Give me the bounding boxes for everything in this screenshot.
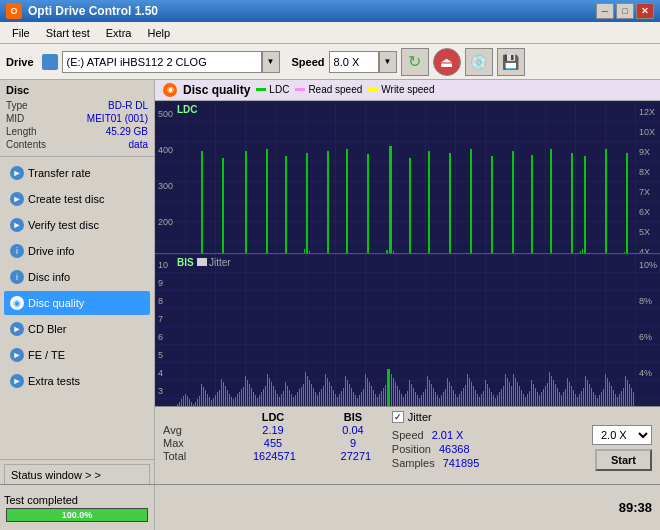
svg-rect-456 (537, 392, 538, 406)
menu-start-test[interactable]: Start test (38, 25, 98, 41)
svg-rect-497 (619, 394, 620, 406)
drive-select[interactable]: (E:) ATAPI iHBS112 2 CLOG (62, 51, 262, 73)
fe-te-label: FE / TE (28, 349, 65, 361)
disc-contents-row: Contents data (6, 139, 148, 150)
sidebar-item-cd-bler[interactable]: ► CD Bler (4, 317, 150, 341)
sidebar-item-disc-info[interactable]: i Disc info (4, 265, 150, 289)
sidebar-item-extra-tests[interactable]: ► Extra tests (4, 369, 150, 393)
legend-ldc-label: LDC (269, 84, 289, 95)
total-bis: 27271 (336, 450, 376, 462)
sidebar-item-disc-quality[interactable]: ◉ Disc quality (4, 291, 150, 315)
svg-rect-455 (535, 388, 536, 406)
svg-rect-401 (427, 376, 428, 406)
refresh-button[interactable]: ↻ (401, 48, 429, 76)
svg-rect-434 (493, 395, 494, 406)
sidebar-item-transfer-rate[interactable]: ► Transfer rate (4, 161, 150, 185)
svg-rect-487 (599, 395, 600, 406)
svg-rect-52 (222, 158, 224, 253)
svg-rect-282 (187, 396, 188, 406)
svg-rect-291 (205, 390, 206, 406)
svg-rect-385 (395, 382, 396, 406)
ldc-header (163, 411, 213, 423)
svg-rect-350 (323, 386, 324, 406)
maximize-button[interactable]: □ (616, 3, 634, 19)
svg-rect-477 (579, 394, 580, 406)
svg-rect-390 (405, 394, 406, 406)
svg-rect-316 (255, 395, 256, 406)
svg-rect-416 (457, 397, 458, 406)
svg-rect-448 (521, 390, 522, 406)
jitter-checkbox[interactable]: ✓ (392, 411, 404, 423)
menu-file[interactable]: File (4, 25, 38, 41)
svg-rect-463 (551, 376, 552, 406)
svg-rect-93 (309, 251, 310, 253)
charts-area: 500 400 300 200 100 0 12X 10X 9X 8X 7X 6… (155, 101, 660, 406)
svg-rect-453 (531, 380, 532, 406)
eject-button[interactable]: ⏏ (433, 48, 461, 76)
svg-rect-356 (335, 394, 336, 406)
svg-rect-42 (201, 151, 203, 253)
save-button[interactable]: 💾 (497, 48, 525, 76)
svg-rect-242 (624, 252, 625, 253)
bis-chart: 10 9 8 7 6 5 4 3 2 1 10% 8% 6% 4% 2% (155, 254, 660, 406)
speed-select[interactable]: 8.0 X (329, 51, 379, 73)
speed-dropdown-arrow[interactable]: ▼ (379, 51, 397, 73)
sidebar-item-verify-test-disc[interactable]: ► Verify test disc (4, 213, 150, 237)
svg-text:4: 4 (158, 368, 163, 378)
sidebar-item-create-test-disc[interactable]: ► Create test disc (4, 187, 150, 211)
svg-rect-311 (245, 376, 246, 406)
svg-rect-475 (575, 394, 576, 406)
svg-rect-410 (445, 389, 446, 406)
svg-rect-501 (627, 380, 628, 406)
disc-mid-key: MID (6, 113, 24, 124)
svg-rect-473 (571, 386, 572, 406)
disc-quality-header: ◉ Disc quality LDC Read speed Write spee… (155, 80, 660, 101)
svg-rect-169 (470, 149, 472, 253)
svg-rect-458 (541, 392, 542, 406)
menu-extra[interactable]: Extra (98, 25, 140, 41)
svg-rect-331 (285, 382, 286, 406)
svg-rect-305 (233, 399, 234, 406)
speed-dropdown[interactable]: 2.0 X (592, 425, 652, 445)
status-window-button[interactable]: Status window > > (4, 464, 150, 486)
svg-rect-360 (343, 388, 344, 406)
svg-rect-440 (505, 374, 506, 406)
write-speed-color (368, 88, 378, 91)
svg-text:9X: 9X (639, 147, 650, 157)
svg-rect-488 (601, 392, 602, 406)
extra-tests-label: Extra tests (28, 375, 80, 387)
svg-rect-404 (433, 388, 434, 406)
drive-dropdown-arrow[interactable]: ▼ (262, 51, 280, 73)
svg-rect-502 (629, 384, 630, 406)
start-button[interactable]: Start (595, 449, 652, 471)
disc-section-title: Disc (6, 84, 148, 96)
svg-rect-377 (377, 397, 378, 406)
svg-rect-441 (507, 378, 508, 406)
legend-ldc: LDC (256, 84, 289, 95)
svg-rect-397 (419, 398, 420, 406)
menu-help[interactable]: Help (139, 25, 178, 41)
svg-text:10X: 10X (639, 127, 655, 137)
sidebar-item-drive-info[interactable]: i Drive info (4, 239, 150, 263)
svg-rect-341 (305, 372, 306, 406)
ldc-column-header: LDC (253, 411, 293, 423)
svg-text:6: 6 (158, 332, 163, 342)
ldc-color (256, 88, 266, 91)
svg-rect-303 (229, 394, 230, 406)
status-window-label: Status window > > (11, 469, 101, 481)
svg-rect-340 (303, 384, 304, 406)
svg-rect-355 (333, 390, 334, 406)
minimize-button[interactable]: ─ (596, 3, 614, 19)
samples-row: Samples 741895 (392, 457, 480, 469)
svg-rect-471 (567, 378, 568, 406)
svg-rect-179 (491, 156, 493, 253)
disc-contents-key: Contents (6, 139, 46, 150)
svg-rect-459 (543, 389, 544, 406)
svg-text:500: 500 (158, 109, 173, 119)
svg-text:5X: 5X (639, 227, 650, 237)
sidebar-item-fe-te[interactable]: ► FE / TE (4, 343, 150, 367)
svg-rect-384 (393, 378, 394, 406)
svg-text:BIS: BIS (177, 257, 194, 268)
close-button[interactable]: ✕ (636, 3, 654, 19)
disc-button[interactable]: 💿 (465, 48, 493, 76)
